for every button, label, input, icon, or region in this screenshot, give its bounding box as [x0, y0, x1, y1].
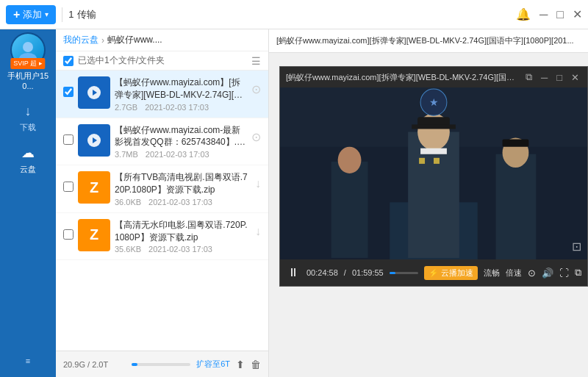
file-action-3[interactable]: ↓	[255, 177, 261, 190]
play-pause-button[interactable]: ⏸	[286, 266, 301, 279]
preview-title: [蚂蚁仔www.mayizai.com][拆弹专家][WEB-DL-MKV-2.…	[276, 35, 581, 46]
file-thumb-4: Z	[78, 219, 110, 251]
speed-label: 倍速	[506, 268, 522, 279]
play-icon-1	[87, 86, 101, 99]
minimize-icon[interactable]: ─	[539, 8, 548, 21]
sidebar-label-download: 下载	[20, 122, 36, 133]
svg-point-16	[338, 147, 362, 173]
delete-icon[interactable]: 🗑	[251, 359, 261, 370]
play-icon-2	[87, 134, 101, 147]
file-date-2: 2021-02-03 17:03	[146, 150, 209, 159]
download-icon: ↓	[25, 104, 32, 119]
file-info-3: 【所有TVB高清电视剧.国粤双语.720P.1080P】资源下载.zip 36.…	[115, 171, 251, 207]
file-size-4: 35.6KB	[115, 245, 141, 254]
file-action-4[interactable]: ↓	[255, 225, 261, 238]
plus-icon: +	[13, 8, 20, 21]
file-panel: 我的云盘 › 蚂蚁仔www.... 已选中1个文件/文件夹 ☰ 【蚂蚁仔www.…	[56, 29, 269, 377]
file-date-3: 2021-02-03 17:03	[148, 198, 212, 207]
bottom-icons: ⬆ 🗑	[236, 359, 261, 370]
file-size-1: 2.7GB	[115, 103, 137, 112]
file-checkbox-3[interactable]	[63, 182, 74, 192]
file-action-2[interactable]: ⊙	[251, 130, 261, 144]
cloud-icon: ☁	[21, 145, 35, 161]
screen-mode-icon[interactable]: ⊡	[572, 240, 581, 254]
file-thumb-2	[78, 124, 110, 157]
restore-icon[interactable]: □	[556, 8, 564, 21]
file-name-1: 【蚂蚁仔www.mayizai.com】[拆弹专家][WEB-DL-MKV-2.…	[115, 76, 247, 101]
file-checkbox-1[interactable]	[63, 87, 74, 97]
add-label: 添加	[23, 8, 42, 21]
close-icon[interactable]: ✕	[573, 7, 582, 21]
avatar[interactable]: SVIP 超 ▸	[10, 32, 46, 68]
sidebar: SVIP 超 ▸ 手机用户150... ↓ 下载 ☁ 云盘 ≡	[0, 29, 56, 377]
player-minimize-button[interactable]: ─	[539, 72, 550, 83]
hamburger-icon: ≡	[26, 356, 30, 365]
expand-storage-button[interactable]: 扩容至6T	[196, 359, 230, 370]
vip-badge: SVIP 超 ▸	[10, 58, 45, 69]
file-item[interactable]: Z 【所有TVB高清电视剧.国粤双语.720P.1080P】资源下载.zip 3…	[56, 165, 268, 213]
video-screen[interactable]: ★ ⊡	[280, 87, 587, 259]
stream-label: 流畅	[484, 268, 500, 279]
sidebar-item-menu[interactable]: ≡	[0, 351, 56, 371]
video-player-window: [蚂蚁仔www.mayizai.com][拆弹专家][WEB-DL-MKV-2.…	[279, 66, 588, 287]
selection-text: 已选中1个文件/文件夹	[78, 54, 247, 67]
preview-title-bar: [蚂蚁仔www.mayizai.com][拆弹专家][WEB-DL-MKV-2.…	[269, 29, 588, 53]
sidebar-item-download[interactable]: ↓ 下载	[0, 98, 56, 139]
breadcrumb: 我的云盘 › 蚂蚁仔www....	[56, 29, 268, 51]
zip-icon-4: Z	[90, 226, 98, 243]
breadcrumb-separator: ›	[101, 35, 104, 46]
upload-icon[interactable]: ⬆	[236, 359, 245, 370]
file-info-4: 【高清无水印电影.国粤双语.720P.1080P】资源下载.zip 35.6KB…	[115, 219, 251, 254]
file-meta-3: 36.0KB 2021-02-03 17:03	[115, 198, 251, 207]
file-action-1[interactable]: ⊙	[251, 82, 261, 96]
upload-button[interactable]: 1 传输	[68, 8, 96, 21]
file-size-2: 3.7MB	[115, 150, 138, 159]
player-restore-button[interactable]: □	[554, 72, 564, 83]
file-list: 【蚂蚁仔www.mayizai.com】[拆弹专家][WEB-DL-MKV-2.…	[56, 71, 268, 351]
file-name-3: 【所有TVB高清电视剧.国粤双语.720P.1080P】资源下载.zip	[115, 171, 251, 196]
file-panel-bottom: 20.9G / 2.0T 扩容至6T ⬆ 🗑	[56, 351, 268, 377]
svg-rect-15	[331, 162, 368, 258]
bell-icon[interactable]: 🔔	[516, 7, 531, 21]
video-player-titlebar: [蚂蚁仔www.mayizai.com][拆弹专家][WEB-DL-MKV-2.…	[280, 67, 587, 87]
volume-button[interactable]: 🔊	[542, 268, 553, 279]
current-time: 00:24:58	[306, 268, 338, 277]
sort-icon[interactable]: ☰	[251, 55, 261, 67]
boost-button[interactable]: ⚡ 云播加速	[424, 266, 478, 280]
sidebar-bottom: ≡	[0, 351, 56, 377]
file-item[interactable]: Z 【高清无水印电影.国粤双语.720P.1080P】资源下载.zip 35.6…	[56, 213, 268, 261]
pip-button[interactable]: ⧉	[575, 267, 581, 279]
player-pip-button[interactable]: ⧉	[523, 71, 534, 83]
add-button[interactable]: + 添加 ▾	[6, 5, 56, 24]
file-date-4: 2021-02-03 17:03	[148, 245, 212, 254]
svg-point-0	[23, 42, 33, 52]
file-checkbox-2[interactable]	[63, 134, 74, 145]
zip-icon-3: Z	[90, 179, 98, 196]
player-close-button[interactable]: ✕	[569, 72, 581, 83]
svg-rect-14	[503, 140, 529, 147]
storage-bar-fill	[132, 363, 137, 366]
breadcrumb-root[interactable]: 我的云盘	[63, 34, 98, 46]
file-item[interactable]: 【蚂蚁仔www.mayizai.com】[拆弹专家][WEB-DL-MKV-2.…	[56, 71, 268, 118]
svg-rect-11	[434, 158, 440, 164]
select-all-checkbox[interactable]	[63, 56, 74, 66]
file-name-2: 【蚂蚁仔www.mayizai.com-最新影视首发QQ群：625743840】…	[115, 124, 247, 149]
sidebar-label-cloud: 云盘	[20, 164, 36, 175]
settings-button[interactable]: ⊙	[528, 268, 536, 279]
svg-rect-12	[496, 154, 537, 259]
sidebar-item-cloud[interactable]: ☁ 云盘	[0, 139, 56, 181]
video-svg-overlay: ★	[280, 87, 587, 259]
upload-label: 传输	[77, 8, 96, 21]
time-separator: /	[344, 268, 346, 277]
file-size-3: 36.0KB	[115, 198, 141, 207]
main-layout: SVIP 超 ▸ 手机用户150... ↓ 下载 ☁ 云盘 ≡ 我的云盘 › 蚂…	[0, 29, 588, 377]
progress-fill	[390, 272, 395, 274]
total-time: 01:59:55	[352, 268, 384, 277]
file-checkbox-4[interactable]	[63, 229, 74, 240]
file-item[interactable]: 【蚂蚁仔www.mayizai.com-最新影视首发QQ群：625743840】…	[56, 118, 268, 166]
progress-bar[interactable]	[390, 272, 418, 274]
top-bar-right: 🔔 ─ □ ✕	[516, 7, 582, 21]
file-toolbar: 已选中1个文件/文件夹 ☰	[56, 51, 268, 71]
fullscreen-button[interactable]: ⛶	[559, 268, 569, 279]
top-bar: + 添加 ▾ 1 传输 🔔 ─ □ ✕	[0, 0, 588, 29]
